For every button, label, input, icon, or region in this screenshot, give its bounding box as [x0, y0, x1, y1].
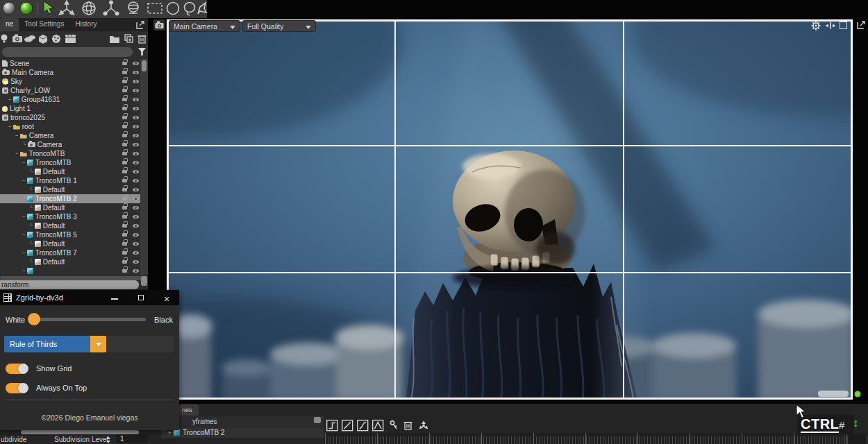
- tree-scrollbar[interactable]: [140, 59, 148, 275]
- rotate-tool-icon[interactable]: [83, 2, 95, 15]
- visibility-icon[interactable]: [133, 188, 139, 191]
- visibility-icon[interactable]: [133, 89, 139, 92]
- clip-icon[interactable]: [65, 35, 76, 43]
- subdivision-level-value[interactable]: 1: [116, 434, 149, 443]
- lock-icon[interactable]: [122, 98, 127, 101]
- dialog-title-bar[interactable]: Zgrid-by-dv3d: [0, 290, 179, 305]
- lock-icon[interactable]: [122, 143, 127, 146]
- add-key-icon[interactable]: [390, 421, 397, 429]
- lock-icon[interactable]: [122, 89, 127, 92]
- tree-row[interactable]: Charly_LOW: [0, 86, 140, 95]
- lock-icon[interactable]: [122, 188, 127, 191]
- tree-row-selected[interactable]: TroncoMTB 2: [0, 194, 140, 203]
- sky-icon[interactable]: [24, 35, 35, 42]
- tree-row[interactable]: Default: [0, 203, 140, 212]
- viewport-split-button[interactable]: [825, 22, 836, 30]
- lasso-select-icon[interactable]: [185, 3, 195, 16]
- tree-row[interactable]: TroncoMTB 7: [0, 248, 140, 257]
- material-sphere-icon[interactable]: [3, 2, 15, 15]
- lock-icon[interactable]: [122, 152, 127, 155]
- polygon-lasso-select-icon[interactable]: [198, 3, 206, 14]
- slider-knob[interactable]: [28, 313, 40, 325]
- lock-icon[interactable]: [122, 161, 127, 164]
- subdivision-level-stepper[interactable]: [106, 436, 111, 443]
- light-icon[interactable]: [1, 35, 8, 43]
- lock-icon[interactable]: [122, 242, 127, 246]
- viewport-camera-button[interactable]: [153, 19, 165, 31]
- tree-row[interactable]: Main Camera: [0, 68, 140, 77]
- lock-icon[interactable]: [122, 116, 127, 119]
- show-grid-toggle[interactable]: [6, 364, 28, 374]
- tree-row[interactable]: Scene: [0, 59, 140, 68]
- tree-row[interactable]: TroncoMTB 1: [0, 176, 140, 185]
- pop-out-viewport-icon[interactable]: [857, 20, 866, 29]
- tree-row[interactable]: TroncoMTB: [0, 158, 140, 167]
- delete-icon[interactable]: [138, 36, 147, 43]
- lock-icon[interactable]: [122, 170, 127, 173]
- step-interpolation-icon[interactable]: [327, 420, 337, 431]
- visibility-icon[interactable]: [133, 242, 139, 246]
- lock-icon[interactable]: [122, 251, 127, 255]
- tree-row[interactable]: tronco2025: [0, 113, 140, 122]
- timeline-track-row[interactable]: + TroncoMTB 2: [161, 427, 324, 438]
- tree-row[interactable]: TroncoMTB 3: [0, 212, 140, 221]
- lock-icon[interactable]: [122, 233, 127, 237]
- tree-row[interactable]: Sky: [0, 77, 140, 86]
- filter-icon[interactable]: [138, 48, 146, 56]
- visibility-icon[interactable]: [133, 125, 139, 128]
- lock-icon[interactable]: [122, 80, 127, 83]
- visibility-icon[interactable]: [133, 269, 139, 273]
- visibility-icon[interactable]: [133, 134, 139, 137]
- visibility-icon[interactable]: [133, 71, 139, 74]
- camera-dropdown[interactable]: Main Camera: [169, 20, 240, 32]
- linear-interpolation-icon[interactable]: [342, 420, 353, 431]
- lock-icon[interactable]: [122, 206, 127, 210]
- visibility-icon[interactable]: [133, 260, 139, 264]
- white-black-slider[interactable]: [31, 318, 146, 321]
- lock-icon[interactable]: [122, 134, 127, 137]
- tree-row[interactable]: Default: [0, 239, 140, 248]
- visibility-icon[interactable]: [133, 152, 139, 155]
- material-icon[interactable]: [52, 35, 60, 43]
- tree-row[interactable]: Camera: [0, 131, 140, 140]
- visibility-icon[interactable]: [133, 62, 139, 65]
- bezier-interpolation-icon[interactable]: [373, 420, 383, 431]
- tree-row[interactable]: TroncoMTB: [0, 149, 140, 158]
- universal-manipulator-icon[interactable]: [128, 2, 138, 14]
- visibility-icon[interactable]: [133, 197, 139, 200]
- panel-scrollbar-thumb[interactable]: [141, 276, 147, 286]
- ball-joint-tool-icon[interactable]: [103, 1, 118, 15]
- search-input[interactable]: [2, 47, 133, 57]
- material-sphere-green-icon[interactable]: [20, 2, 33, 15]
- ease-interpolation-icon[interactable]: [358, 420, 368, 431]
- minimize-button[interactable]: [110, 293, 119, 302]
- tree-row[interactable]: TroncoMTB 5: [0, 230, 140, 239]
- select-cursor-icon[interactable]: [44, 1, 53, 14]
- move-tool-icon[interactable]: [60, 1, 74, 15]
- lock-icon[interactable]: [122, 107, 127, 110]
- tab-scene[interactable]: ne: [0, 18, 19, 31]
- lock-icon[interactable]: [122, 224, 127, 228]
- subdivide-label[interactable]: ubdivide: [1, 436, 26, 443]
- timeline-column-scrollbar[interactable]: [314, 417, 321, 423]
- timeline-tab[interactable]: nes: [179, 404, 199, 416]
- tree-row[interactable]: Light 1: [0, 104, 140, 113]
- lock-icon[interactable]: [122, 197, 127, 200]
- transform-section-header[interactable]: ransform: [0, 280, 139, 289]
- tree-row[interactable]: Default: [0, 221, 140, 230]
- viewport-scroll-pill[interactable]: [818, 391, 849, 397]
- render-viewport[interactable]: [167, 19, 853, 400]
- visibility-icon[interactable]: [133, 107, 139, 110]
- always-on-top-toggle[interactable]: [6, 383, 28, 393]
- visibility-icon[interactable]: [133, 206, 139, 210]
- lock-icon[interactable]: [122, 125, 127, 128]
- tab-history[interactable]: History: [69, 18, 102, 31]
- ellipse-select-icon[interactable]: [167, 3, 179, 15]
- dropdown-chevron-button[interactable]: [90, 336, 106, 352]
- pop-out-panel-icon[interactable]: [136, 18, 148, 31]
- viewport-settings-button[interactable]: [811, 21, 821, 31]
- lock-icon[interactable]: [122, 215, 127, 219]
- tree-row[interactable]: Default: [0, 167, 140, 176]
- visibility-icon[interactable]: [133, 215, 139, 219]
- tree-row[interactable]: root: [0, 122, 140, 131]
